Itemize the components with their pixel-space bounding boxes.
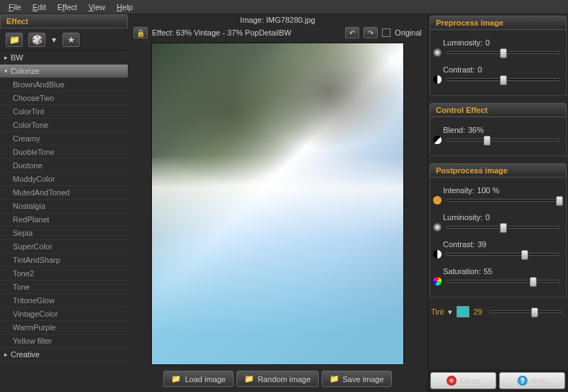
image-filename: IMG78280.jpg <box>266 16 315 24</box>
tree-item[interactable]: ChooseTwo <box>0 92 128 105</box>
sun-icon <box>433 223 442 232</box>
postprocess-title: Postprocess image <box>430 163 567 178</box>
close-button[interactable]: ×Close <box>430 372 496 389</box>
tree-group-bw[interactable]: ▸BW <box>0 51 128 65</box>
redo-icon[interactable]: ↷ <box>364 27 378 38</box>
tree-item[interactable]: SuperColor <box>0 240 128 254</box>
folder-icon[interactable]: 📁 <box>6 33 23 47</box>
tree-item[interactable]: Yellow filter <box>0 334 128 348</box>
intensity-slider[interactable] <box>446 199 560 202</box>
pre-luminosity-label: Luminosity: 0 <box>443 38 563 47</box>
tree-item[interactable]: Creamy <box>0 132 128 146</box>
saturation-slider[interactable] <box>446 280 560 283</box>
tint-slider[interactable] <box>489 310 562 313</box>
control-effect-panel: Control Effect Blend: 36% <box>430 103 567 156</box>
tree-item[interactable]: Duotone <box>0 159 128 173</box>
lock-icon[interactable]: 🔒 <box>133 27 148 38</box>
tint-row: Tint ▾ 29 <box>428 305 568 319</box>
tree-group-creative[interactable]: ▸Creative <box>0 348 128 361</box>
tree-item[interactable]: BrownAndBlue <box>0 78 128 92</box>
dropdown-icon[interactable]: ▾ <box>51 33 57 47</box>
tint-value: 29 <box>474 307 482 316</box>
footer-buttons: ×Close ?Help <box>427 369 568 392</box>
saturation-label: Saturation: 55 <box>443 267 563 276</box>
tree-item[interactable]: ColorTone <box>0 119 128 132</box>
blend-label: Blend: 36% <box>443 126 563 134</box>
menu-file[interactable]: File <box>3 1 27 13</box>
image-buttons: 📁Load image 📁Random image 📁Save image <box>129 368 426 390</box>
contrast-icon <box>433 75 442 84</box>
blend-slider[interactable] <box>446 138 560 141</box>
pre-contrast-label: Contrast: 0 <box>443 65 563 74</box>
tree-group-label: Colorize <box>11 67 39 75</box>
wand-icon <box>433 196 442 205</box>
tree-item[interactable]: MutedAndToned <box>0 186 128 200</box>
help-button[interactable]: ?Help <box>499 372 565 389</box>
tint-swatch[interactable] <box>457 306 469 317</box>
chevron-right-icon: ▸ <box>4 351 8 358</box>
postprocess-panel: Postprocess image Intensity: 100 % Lumin… <box>430 163 567 298</box>
original-checkbox[interactable] <box>382 28 390 37</box>
effect-bar: 🔒 Effect: 63% Vintage - 37% PopDetailBW … <box>129 26 426 40</box>
intensity-label: Intensity: 100 % <box>443 186 563 195</box>
tree-group-label: Creative <box>11 350 40 359</box>
tree-group-colorize[interactable]: ▾Colorize <box>0 65 128 78</box>
tint-label: Tint <box>431 307 444 316</box>
image-panel: Image: IMG78280.jpg 🔒 Effect: 63% Vintag… <box>129 14 426 392</box>
dice-icon[interactable]: 🎲 <box>28 33 45 47</box>
preprocess-title: Preprocess image <box>430 16 567 30</box>
pre-luminosity-slider[interactable] <box>446 51 560 54</box>
effect-sidebar: Effect 📁 🎲 ▾ ★ ▸BW▾ColorizeBrownAndBlueC… <box>0 14 128 392</box>
random-label: Random image <box>258 375 311 383</box>
tree-item[interactable]: WarmPurple <box>0 321 128 334</box>
menu-effect[interactable]: Effect <box>52 1 83 13</box>
save-image-button[interactable]: 📁Save image <box>322 371 392 387</box>
menu-bar: File Edit Effect View Help <box>0 0 568 14</box>
effect-label: Effect: 63% Vintage - 37% PopDetailBW <box>152 28 341 37</box>
chevron-right-icon: ▸ <box>4 54 8 61</box>
help-icon: ? <box>518 376 528 386</box>
tree-item[interactable]: TintAndSharp <box>0 254 128 267</box>
help-label: Help <box>531 376 547 385</box>
post-luminosity-slider[interactable] <box>446 226 560 229</box>
close-icon: × <box>447 376 457 386</box>
pre-contrast-slider[interactable] <box>446 78 560 81</box>
tree-item[interactable]: TritoneGlow <box>0 294 128 307</box>
tree-item[interactable]: Sepia <box>0 227 128 240</box>
folder-icon: 📁 <box>244 374 254 383</box>
tree-item[interactable]: Nostalgia <box>0 200 128 213</box>
star-icon[interactable]: ★ <box>62 33 80 47</box>
load-image-button[interactable]: 📁Load image <box>163 371 234 387</box>
save-label: Save image <box>343 375 384 383</box>
random-image-button[interactable]: 📁Random image <box>236 371 319 387</box>
tree-item[interactable]: ColorTint <box>0 105 128 119</box>
effect-tree[interactable]: ▸BW▾ColorizeBrownAndBlueChooseTwoColorTi… <box>0 51 128 385</box>
tree-item[interactable]: RedPlanet <box>0 213 128 227</box>
sidebar-title: Effect <box>0 14 128 28</box>
folder-icon: 📁 <box>329 374 339 383</box>
tree-item[interactable]: ModdyColor <box>0 173 128 186</box>
original-label: Original <box>395 28 422 37</box>
tree-item[interactable]: DuobleTone <box>0 146 128 159</box>
hue-icon <box>433 277 442 285</box>
undo-icon[interactable]: ↶ <box>345 27 359 38</box>
tree-item[interactable]: VintageColor <box>0 307 128 321</box>
tree-item[interactable]: Tone2 <box>0 267 128 281</box>
menu-edit[interactable]: Edit <box>27 1 52 13</box>
tree-item[interactable]: Tone <box>0 281 128 294</box>
image-canvas[interactable] <box>151 43 404 365</box>
controls-panel: Preprocess image Luminosity: 0 Contrast:… <box>427 14 568 392</box>
yinyang-icon <box>433 136 442 144</box>
tint-dropdown-icon[interactable]: ▾ <box>448 307 452 317</box>
post-contrast-label: Contrast: 39 <box>443 240 563 249</box>
tree-group-label: BW <box>11 53 23 62</box>
menu-view[interactable]: View <box>83 1 111 13</box>
chevron-down-icon: ▾ <box>4 67 8 75</box>
sun-icon <box>433 48 442 57</box>
contrast-icon <box>433 250 442 258</box>
menu-help[interactable]: Help <box>111 1 138 13</box>
post-contrast-slider[interactable] <box>446 253 560 256</box>
preprocess-panel: Preprocess image Luminosity: 0 Contrast:… <box>430 16 567 96</box>
load-label: Load image <box>185 375 226 383</box>
image-title: Image: IMG78280.jpg <box>129 14 426 26</box>
